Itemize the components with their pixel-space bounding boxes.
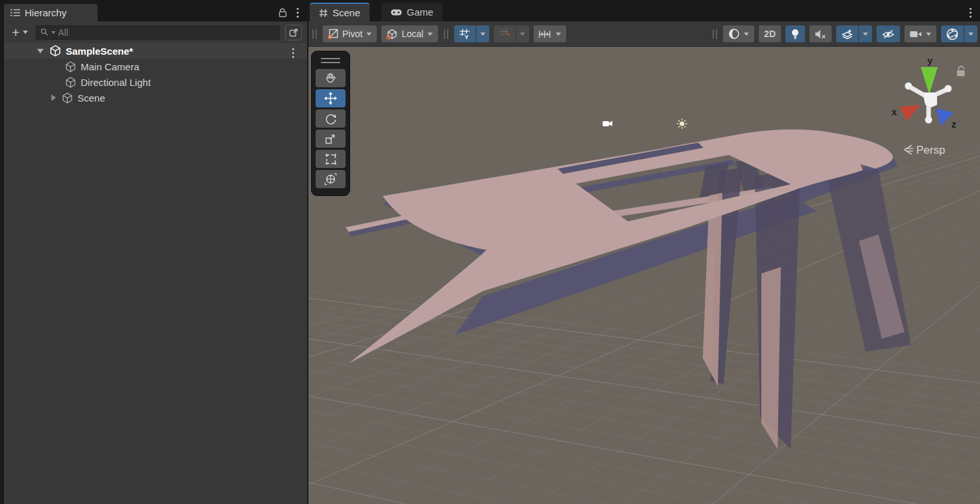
unlocked-padlock-icon[interactable] bbox=[279, 8, 287, 18]
chevron-down-icon bbox=[926, 33, 931, 36]
rotate-icon bbox=[325, 113, 337, 125]
hierarchy-tab-label: Hierarchy bbox=[25, 7, 66, 18]
hierarchy-row-directional-light[interactable]: Directional Light bbox=[4, 74, 307, 90]
tab-hierarchy[interactable]: Hierarchy bbox=[4, 4, 98, 21]
hand-tool-button[interactable] bbox=[316, 69, 346, 87]
grid-axis-label: Y bbox=[465, 34, 469, 40]
scale-icon bbox=[325, 133, 336, 145]
gizmo-axis-neg-handle[interactable] bbox=[945, 85, 952, 92]
orientation-gizmo[interactable]: y x z bbox=[892, 55, 957, 130]
grid-snap-icon: Y bbox=[459, 29, 470, 40]
toolbar-grip[interactable] bbox=[713, 29, 717, 39]
gizmos-toggle[interactable] bbox=[941, 25, 964, 42]
unity-editor-window: Hierarchy + bbox=[0, 0, 980, 504]
game-tab-label: Game bbox=[407, 7, 433, 18]
chevron-down-icon bbox=[744, 33, 749, 36]
gizmo-center-cube[interactable] bbox=[923, 92, 937, 107]
tab-scene[interactable]: Scene bbox=[310, 3, 370, 21]
foldout-closed-icon[interactable] bbox=[51, 94, 56, 101]
svg-text:Persp: Persp bbox=[916, 144, 945, 156]
pivot-mode-dropdown[interactable]: Pivot bbox=[323, 25, 377, 42]
table-top-mesh[interactable] bbox=[349, 130, 893, 363]
scene-lighting-toggle[interactable] bbox=[785, 25, 805, 42]
camera-gizmo-icon[interactable] bbox=[603, 121, 612, 127]
scene-audio-toggle[interactable] bbox=[810, 25, 832, 42]
pivot-label: Pivot bbox=[342, 29, 362, 39]
list-icon bbox=[10, 8, 20, 17]
transform-icon bbox=[324, 173, 337, 186]
gizmo-axis-neg-handle[interactable] bbox=[905, 83, 912, 90]
item-label: Directional Light bbox=[81, 77, 151, 88]
orientation-dropdown[interactable]: Local bbox=[381, 25, 437, 42]
hierarchy-row-scene-root[interactable]: SampleScene* bbox=[4, 43, 307, 59]
rect-icon bbox=[325, 153, 337, 165]
projection-label[interactable]: Persp bbox=[905, 144, 945, 156]
toolbar-grip[interactable] bbox=[444, 29, 448, 39]
foldout-open-icon[interactable] bbox=[37, 49, 44, 53]
search-window-button[interactable] bbox=[285, 25, 302, 40]
gizmo-z-axis-cone[interactable] bbox=[936, 108, 953, 126]
add-object-button[interactable]: + bbox=[9, 26, 31, 39]
gizmos-sphere-icon bbox=[946, 28, 959, 40]
gameobject-cube-icon bbox=[65, 61, 76, 72]
gizmos-caret[interactable] bbox=[964, 25, 977, 42]
rotate-tool-button[interactable] bbox=[316, 109, 346, 128]
scene-root-label: SampleScene* bbox=[66, 46, 133, 57]
plus-icon: + bbox=[12, 27, 20, 38]
toolbar-grip[interactable] bbox=[312, 29, 317, 39]
hierarchy-panel: Hierarchy + bbox=[4, 0, 307, 504]
grid-visibility-toggle[interactable]: Y bbox=[454, 25, 476, 42]
search-input[interactable] bbox=[58, 27, 275, 38]
gizmo-y-axis-cone[interactable] bbox=[921, 67, 938, 94]
effects-caret[interactable] bbox=[859, 25, 872, 42]
gamepad-icon bbox=[390, 8, 402, 16]
grid-visibility-caret[interactable] bbox=[476, 25, 489, 42]
directional-light-gizmo-icon[interactable] bbox=[677, 119, 687, 129]
gizmo-axis-neg-handle[interactable] bbox=[925, 117, 932, 124]
gameobject-cube-icon bbox=[62, 92, 73, 104]
scene-panel-menu-icon[interactable] bbox=[968, 6, 973, 20]
hierarchy-panel-menu-icon[interactable] bbox=[295, 6, 301, 20]
scene-visibility-toggle[interactable] bbox=[877, 25, 900, 42]
scene-viewport[interactable]: y x z Persp bbox=[308, 47, 980, 504]
snap-increment-dropdown[interactable] bbox=[534, 25, 566, 42]
effects-icon bbox=[841, 29, 853, 40]
effects-toggle[interactable] bbox=[836, 25, 858, 42]
search-window-icon bbox=[289, 27, 299, 37]
snap-toggle[interactable] bbox=[494, 25, 515, 42]
search-icon bbox=[40, 28, 49, 36]
snap-caret[interactable] bbox=[516, 25, 529, 42]
hierarchy-search-box[interactable] bbox=[36, 25, 280, 40]
local-space-icon bbox=[387, 29, 398, 40]
increment-snap-icon bbox=[539, 29, 552, 39]
chevron-down-icon bbox=[556, 33, 561, 36]
scene-hash-icon bbox=[319, 8, 328, 18]
scene-root-menu-icon[interactable] bbox=[290, 46, 296, 60]
tab-game[interactable]: Game bbox=[381, 3, 442, 21]
rect-tool-button[interactable] bbox=[316, 150, 346, 168]
scene-panel: Scene Game Pivot bbox=[308, 0, 980, 504]
scene-tab-label: Scene bbox=[333, 7, 361, 18]
hierarchy-body: + bbox=[4, 21, 307, 504]
hierarchy-tabbar: Hierarchy bbox=[4, 0, 307, 21]
scale-tool-button[interactable] bbox=[316, 130, 346, 148]
orientation-label: Local bbox=[402, 29, 423, 39]
2d-toggle[interactable]: 2D bbox=[759, 25, 781, 42]
camera-icon bbox=[910, 30, 922, 38]
2d-label: 2D bbox=[764, 29, 776, 39]
move-tool-button[interactable] bbox=[316, 89, 346, 107]
unity-scene-icon bbox=[49, 45, 61, 57]
overlay-drag-handle[interactable] bbox=[321, 58, 340, 63]
scene-camera-dropdown[interactable] bbox=[905, 25, 936, 42]
eye-slash-icon bbox=[882, 29, 895, 39]
transform-tool-button[interactable] bbox=[316, 170, 346, 188]
gizmo-x-label: x bbox=[892, 106, 897, 117]
hierarchy-row-main-camera[interactable]: Main Camera bbox=[4, 59, 307, 74]
shading-mode-dropdown[interactable] bbox=[723, 25, 754, 42]
item-label: Scene bbox=[77, 92, 105, 104]
gizmo-x-axis-cone[interactable] bbox=[899, 105, 920, 121]
hierarchy-row-scene-object[interactable]: Scene bbox=[4, 90, 307, 105]
gameobject-cube-icon bbox=[65, 77, 76, 88]
viewport-lock-icon[interactable] bbox=[957, 66, 965, 76]
hierarchy-toolbar: + bbox=[4, 21, 307, 43]
